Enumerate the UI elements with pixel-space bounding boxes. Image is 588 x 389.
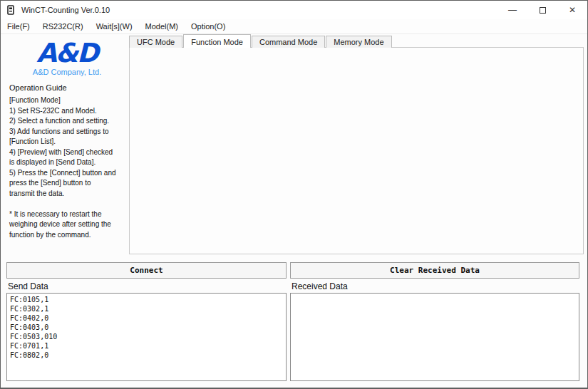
received-data-label: Received Data (292, 281, 348, 291)
maximize-icon (540, 7, 546, 14)
connect-button[interactable]: Connect (6, 262, 287, 279)
send-data-textarea[interactable]: FC:0105,1 FC:0302,1 FC:0402,0 FC:0403,0 … (6, 293, 287, 381)
logo-text: A&D (21, 41, 113, 66)
brand-logo: A&D A&D Company, Ltd. (21, 41, 113, 76)
minimize-icon: — (508, 5, 517, 15)
menu-rs232c[interactable]: RS232C(R) (36, 20, 90, 33)
clear-received-data-button[interactable]: Clear Received Data (290, 262, 579, 279)
company-name: A&D Company, Ltd. (21, 68, 113, 76)
received-data-textarea[interactable] (290, 293, 579, 381)
window-title: WinCT-Counting Ver.0.10 (21, 6, 110, 14)
tab-ufc-mode[interactable]: UFC Mode (129, 36, 182, 48)
tab-memory-mode[interactable]: Memory Mode (326, 36, 391, 48)
menu-file[interactable]: File(F) (1, 20, 36, 33)
operation-guide-title: Operation Guide (9, 83, 67, 92)
app-icon (6, 5, 16, 15)
send-data-label: Send Data (8, 281, 48, 291)
close-button[interactable]: ✕ (557, 1, 587, 19)
app-window: WinCT-Counting Ver.0.10 — ✕ File(F) RS23… (0, 0, 588, 389)
menu-wait[interactable]: Wait[s](W) (90, 20, 139, 33)
menu-model[interactable]: Model(M) (139, 20, 185, 33)
maximize-button[interactable] (527, 1, 557, 19)
tab-page (129, 47, 584, 254)
tab-function-mode[interactable]: Function Mode (183, 34, 251, 48)
operation-guide-text: [Function Mode] 1) Set RS-232C and Model… (9, 95, 130, 240)
tab-strip: UFC Mode Function Mode Command Mode Memo… (129, 34, 393, 48)
close-icon: ✕ (569, 5, 576, 15)
menu-bar: File(F) RS232C(R) Wait[s](W) Model(M) Op… (1, 19, 587, 34)
title-bar: WinCT-Counting Ver.0.10 — ✕ (1, 1, 587, 19)
minimize-button[interactable]: — (497, 1, 527, 19)
tab-command-mode[interactable]: Command Mode (252, 36, 325, 48)
menu-option[interactable]: Option(O) (185, 20, 232, 33)
